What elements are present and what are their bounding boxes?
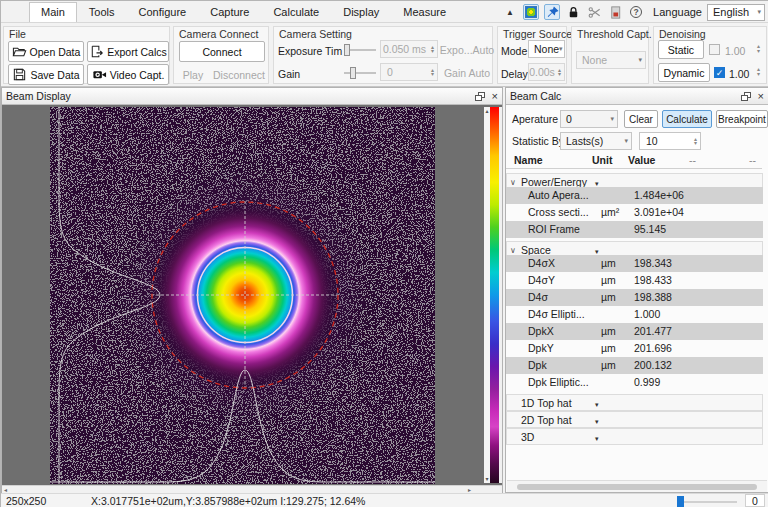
measurement-unit: µm xyxy=(601,289,616,306)
table-data-row[interactable]: DpkXµm201.477 xyxy=(506,323,763,340)
table-data-row[interactable]: D4σµm198.388 xyxy=(506,289,763,306)
calculate-button[interactable]: Calculate xyxy=(662,110,712,128)
beam-calc-hscrollbar[interactable] xyxy=(507,480,767,492)
measurement-value: 201.696 xyxy=(634,340,672,357)
gain-auto-button[interactable]: Gain Auto xyxy=(442,63,492,82)
tab-main[interactable]: Main xyxy=(29,2,77,22)
tab-configure[interactable]: Configure xyxy=(127,2,199,22)
beam-display-title: Beam Display xyxy=(6,90,475,102)
table-data-row[interactable]: DpkYµm201.696 xyxy=(506,340,763,357)
aperture-select[interactable]: 0▾ xyxy=(560,110,618,128)
measurement-name: Dpk Elliptic... xyxy=(528,374,589,391)
static-denoise-checkbox[interactable] xyxy=(709,44,720,55)
static-denoise-spinner[interactable]: ▴▾ xyxy=(754,44,763,53)
tab-display[interactable]: Display xyxy=(331,2,391,22)
static-denoise-button[interactable]: Static xyxy=(658,40,704,59)
chevron-down-icon: ▾ xyxy=(559,45,563,53)
open-data-button[interactable]: Open Data xyxy=(8,41,84,62)
export-icon xyxy=(89,44,104,59)
measurement-value: 0.999 xyxy=(634,374,660,391)
chevron-down-icon: ▾ xyxy=(638,56,642,64)
statistic-by-select[interactable]: Lasts(s)▾ xyxy=(560,132,632,150)
disconnect-button[interactable]: Disconnect xyxy=(210,64,268,85)
close-panel-icon[interactable]: × xyxy=(492,92,498,101)
play-button[interactable]: Play xyxy=(179,64,207,85)
group-camera-setting: Camera Setting Exposure Tim 0.050 ms ▴▾ … xyxy=(273,26,493,84)
table-group-row[interactable]: 3D▾ xyxy=(506,428,763,445)
col-extra-1[interactable]: -- xyxy=(689,154,696,166)
image-size-readout: 250x250 xyxy=(6,495,46,507)
col-unit[interactable]: Unit xyxy=(592,154,612,166)
measurement-value: 95.145 xyxy=(634,221,666,238)
table-data-row[interactable]: D4σ Ellipti...1.000 xyxy=(506,306,763,323)
breakpoint-button[interactable]: Breakpoint xyxy=(716,110,768,128)
measurement-unit: µm xyxy=(601,323,616,340)
dynamic-denoise-button[interactable]: Dynamic xyxy=(658,63,710,82)
scrollbar-thumb[interactable] xyxy=(517,484,757,490)
beam-image[interactable] xyxy=(50,107,435,484)
static-denoise-value: 1.00 xyxy=(725,45,745,57)
gain-slider[interactable] xyxy=(344,67,376,79)
app-window: Main Tools Configure Capture Calculate D… xyxy=(0,0,768,507)
aperture-label: Aperature xyxy=(512,113,558,125)
table-data-row[interactable]: D4σYµm198.433 xyxy=(506,272,763,289)
trigger-mode-select[interactable]: None▾ xyxy=(528,40,565,58)
help-icon[interactable]: ? xyxy=(628,4,644,20)
tab-measure[interactable]: Measure xyxy=(391,2,458,22)
language-select[interactable]: English ▾ xyxy=(707,4,765,21)
float-panel-icon[interactable] xyxy=(741,92,751,101)
gain-label: Gain xyxy=(278,68,300,80)
beam-display-body: ▴ ▾ xyxy=(2,105,502,485)
calc-table-header: Name Unit Value -- -- xyxy=(506,152,762,169)
report-document-icon[interactable] xyxy=(607,4,623,20)
col-extra-2[interactable]: -- xyxy=(749,154,756,166)
video-capture-button[interactable]: Video Capt. xyxy=(87,64,169,85)
lock-icon[interactable] xyxy=(565,4,581,20)
collapse-ribbon-icon[interactable]: ▲ xyxy=(502,4,518,20)
exposure-time-field[interactable]: 0.050 ms ▴▾ xyxy=(380,40,438,58)
table-data-row[interactable]: D4σXµm198.343 xyxy=(506,255,763,272)
close-panel-icon[interactable]: × xyxy=(758,92,764,101)
tab-tools[interactable]: Tools xyxy=(77,2,127,22)
export-calcs-button[interactable]: Export Calcs xyxy=(87,41,169,62)
scissors-icon[interactable] xyxy=(586,4,602,20)
trigger-delay-field[interactable]: 0.00s ▴▾ xyxy=(528,63,565,81)
colorbar xyxy=(490,107,499,483)
table-data-row[interactable]: Auto Apera...1.484e+06 xyxy=(506,187,763,204)
slider-handle[interactable] xyxy=(677,496,684,507)
statistic-count-field[interactable]: 10 ▴▾ xyxy=(639,132,701,150)
measurement-unit: µm xyxy=(601,340,616,357)
exposure-auto-button[interactable]: Expo...Auto xyxy=(442,40,492,59)
threshold-select[interactable]: None▾ xyxy=(576,51,646,69)
group-trigger-source: Trigger Source Mode None▾ Delay 0.00s ▴▾ xyxy=(497,26,567,84)
table-data-row[interactable]: Cross secti...µm²3.091e+04 xyxy=(506,204,763,221)
group-name: 2D Top hat xyxy=(521,412,572,429)
save-data-button[interactable]: Save Data xyxy=(8,64,84,85)
dynamic-denoise-checkbox[interactable]: ✓ xyxy=(714,67,725,78)
exposure-slider[interactable] xyxy=(344,44,376,56)
table-data-row[interactable]: ROI Frame95.145 xyxy=(506,221,763,238)
table-group-row[interactable]: 1D Top hat▾ xyxy=(506,394,763,411)
gain-field[interactable]: 0 ▴▾ xyxy=(380,63,438,81)
col-name[interactable]: Name xyxy=(514,154,543,166)
status-slider[interactable] xyxy=(677,496,737,507)
measurement-value: 3.091e+04 xyxy=(634,204,684,221)
tab-capture[interactable]: Capture xyxy=(198,2,261,22)
clear-button[interactable]: Clear xyxy=(624,110,658,128)
measurement-value: 198.433 xyxy=(634,272,672,289)
col-value[interactable]: Value xyxy=(628,154,655,166)
colormap-display-icon[interactable] xyxy=(523,4,539,20)
group-dropdown-icon[interactable]: ▾ xyxy=(595,430,599,447)
tab-calculate[interactable]: Calculate xyxy=(261,2,331,22)
group-threshold-title: Threshold Capt. xyxy=(577,28,652,40)
connect-button[interactable]: Connect xyxy=(179,41,265,62)
table-group-row[interactable]: 2D Top hat▾ xyxy=(506,411,763,428)
pin-icon[interactable] xyxy=(544,4,560,20)
table-data-row[interactable]: Dpk Elliptic...0.999 xyxy=(506,374,763,391)
dynamic-denoise-spinner[interactable]: ▴▾ xyxy=(754,67,763,76)
table-data-row[interactable]: Dpkµm200.132 xyxy=(506,357,763,374)
float-panel-icon[interactable] xyxy=(475,92,485,101)
chevron-down-icon: ▾ xyxy=(757,8,761,16)
measurement-name: D4σ Ellipti... xyxy=(528,306,585,323)
group-trigger-title: Trigger Source xyxy=(503,28,572,40)
